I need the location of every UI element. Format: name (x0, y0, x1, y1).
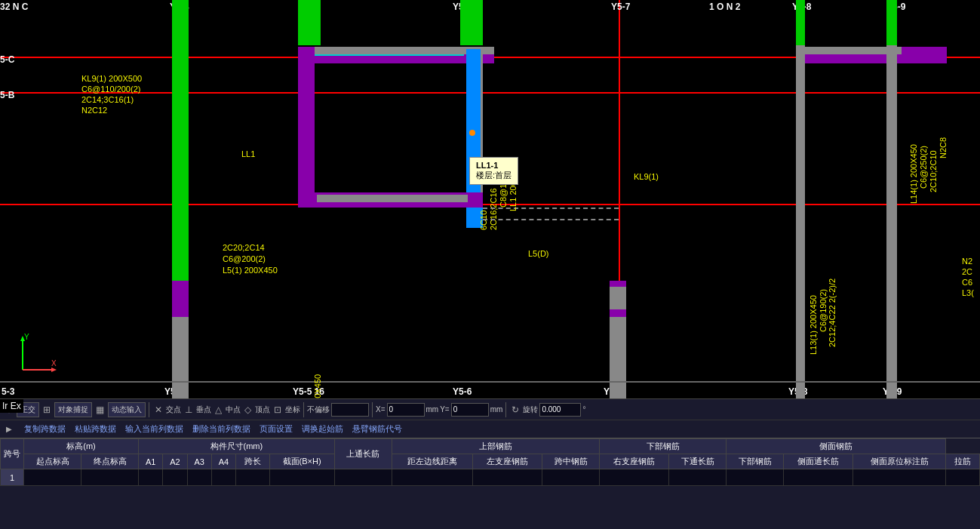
cell-dist[interactable] (334, 469, 392, 486)
rotate-label: 旋转 (523, 404, 538, 415)
col-tie: 拉筋 (946, 454, 980, 469)
cell-end-h[interactable] (81, 469, 139, 486)
col-group-size: 构件尺寸(mm) (139, 439, 335, 454)
cell-span[interactable] (236, 469, 269, 486)
cross-icon[interactable]: ✕ (152, 404, 164, 416)
separator-1 (149, 402, 149, 417)
cell-start-h[interactable] (24, 469, 81, 486)
snap-icon[interactable]: ⊞ (41, 404, 53, 416)
y-input[interactable] (451, 403, 489, 417)
action-page[interactable]: 页面设置 (260, 423, 293, 435)
cell-bot-long[interactable] (669, 469, 727, 486)
dynamic-icon[interactable]: ▦ (94, 404, 106, 416)
cyan-solid-1 (298, 54, 464, 56)
coord-icon[interactable]: ⊡ (272, 404, 284, 416)
action-swap[interactable]: 调换起始筋 (302, 423, 343, 435)
label-n2: N2 (962, 257, 972, 266)
cell-a1[interactable] (139, 469, 163, 486)
svg-text:X: X (51, 359, 57, 368)
perp-icon[interactable]: ⊥ (183, 404, 195, 416)
separator-4 (505, 402, 506, 417)
action-copy[interactable]: 复制跨数据 (24, 423, 66, 435)
action-icon: ▶ (6, 425, 12, 433)
col-a1: A1 (139, 454, 163, 469)
green-top-1 (298, 0, 321, 45)
cell-right-sup[interactable] (600, 469, 669, 486)
cell-a4[interactable] (211, 469, 235, 486)
col-group-side-bar: 侧面钢筋 (727, 439, 946, 454)
cell-side-note[interactable] (853, 469, 945, 486)
label-2c-r: 2C (962, 267, 972, 276)
cell-left-sup[interactable] (473, 469, 542, 486)
action-cantilever[interactable]: 悬臂钢筋代号 (352, 423, 402, 435)
dynamic-btn[interactable]: 动态输入 (108, 402, 146, 417)
label-l13: L13(1) 200X450 (809, 219, 818, 355)
bottom-h-line (0, 381, 980, 383)
x-unit: mm (426, 405, 439, 414)
separator-3 (372, 402, 373, 417)
mid-label: 中点 (226, 404, 241, 415)
separator-2 (303, 402, 304, 417)
y-label: Y= (440, 405, 450, 414)
axis-bot-4: Y5-6 (453, 386, 472, 397)
label-l5d: L5(D) (528, 249, 549, 258)
action-delete[interactable]: 删除当前列数据 (192, 423, 250, 435)
axis-bot-1: 5-3 (2, 386, 14, 397)
col-bot-bar: 下部钢筋 (727, 454, 784, 469)
col-a2: A2 (163, 454, 187, 469)
data-table: 跨号 标高(m) 构件尺寸(mm) 上通长筋 上部钢筋 下部钢筋 侧面钢筋 起点… (0, 438, 980, 486)
cell-section[interactable] (269, 469, 334, 486)
label-kl9-3: 2C14;3C16(1) (81, 95, 134, 104)
room-outline (298, 47, 483, 198)
gray-col-3 (796, 45, 805, 398)
cell-a3[interactable] (187, 469, 211, 486)
axis-top-5: Y5-7 (611, 2, 630, 12)
label-kl9-4: N2C12 (81, 106, 107, 115)
label-l3: L3( (962, 288, 974, 297)
cell-mid[interactable] (542, 469, 600, 486)
table-area: 跨号 标高(m) 构件尺寸(mm) 上通长筋 上部钢筋 下部钢筋 侧面钢筋 起点… (0, 438, 980, 529)
action-input[interactable]: 输入当前列数据 (125, 423, 183, 435)
action-paste[interactable]: 粘贴跨数据 (75, 423, 116, 435)
label-2c10: 2C10;2C10 (929, 94, 938, 192)
purple-v-1 (172, 281, 189, 318)
no-offset-input[interactable] (331, 403, 369, 417)
col-group-bot-bar: 下部钢筋 (600, 439, 727, 454)
cell-a2[interactable] (163, 469, 187, 486)
col-group-height: 标高(m) (24, 439, 139, 454)
snap-btn[interactable]: 对象捕捉 (54, 402, 92, 417)
col-top-long: 上通长筋 (334, 439, 392, 469)
cad-canvas: 32 N C Y5-4 Y5-5 Y5-6 Y5-7 1 O N 2 Y5-8 … (0, 0, 980, 398)
rotate-input[interactable] (539, 403, 581, 417)
toolbar: ⊕ 正交 ⊞ 对象捕捉 ▦ 动态输入 ✕ 交点 ⊥ 垂点 △ 中点 ◇ 顶点 ⊡… (0, 398, 980, 420)
gray-beam-3 (317, 195, 468, 202)
col-mid-bar: 跨中钢筋 (542, 454, 600, 469)
axis-left-b: 5-B (0, 90, 14, 100)
cell-side-long[interactable] (784, 469, 853, 486)
col-span-num: 跨号 (1, 439, 24, 469)
cell-tie[interactable] (946, 469, 980, 486)
axis-top-1: 32 N C (0, 2, 28, 12)
green-top-2 (460, 0, 483, 45)
top-icon[interactable]: ◇ (242, 404, 253, 416)
ir-ex-label: Ir Ex (0, 399, 23, 413)
col-start-height: 起点标高 (24, 454, 81, 469)
label-kl9-2: C6@110/200(2) (81, 85, 140, 94)
axis-left-c: 5-C (0, 54, 14, 65)
col-group-top-bar: 上部钢筋 (392, 439, 600, 454)
x-input[interactable] (387, 403, 425, 417)
gray-col-4 (886, 45, 897, 398)
tooltip-line2: 楼层:首层 (476, 170, 512, 181)
svg-marker-4 (51, 368, 57, 372)
purple-side-1 (298, 47, 315, 198)
coord-label: 坐标 (285, 404, 300, 415)
intersect-label: 交点 (166, 404, 181, 415)
cell-bot[interactable] (727, 469, 784, 486)
svg-text:Y: Y (24, 333, 29, 341)
dashed-1 (483, 208, 619, 209)
rotate-icon[interactable]: ↻ (509, 404, 521, 416)
label-2c20: 2C20;2C14 (223, 243, 265, 252)
axis-top-6: 1 O N 2 (709, 2, 740, 12)
cell-top-long[interactable] (392, 469, 473, 486)
mid-icon[interactable]: △ (213, 404, 224, 416)
